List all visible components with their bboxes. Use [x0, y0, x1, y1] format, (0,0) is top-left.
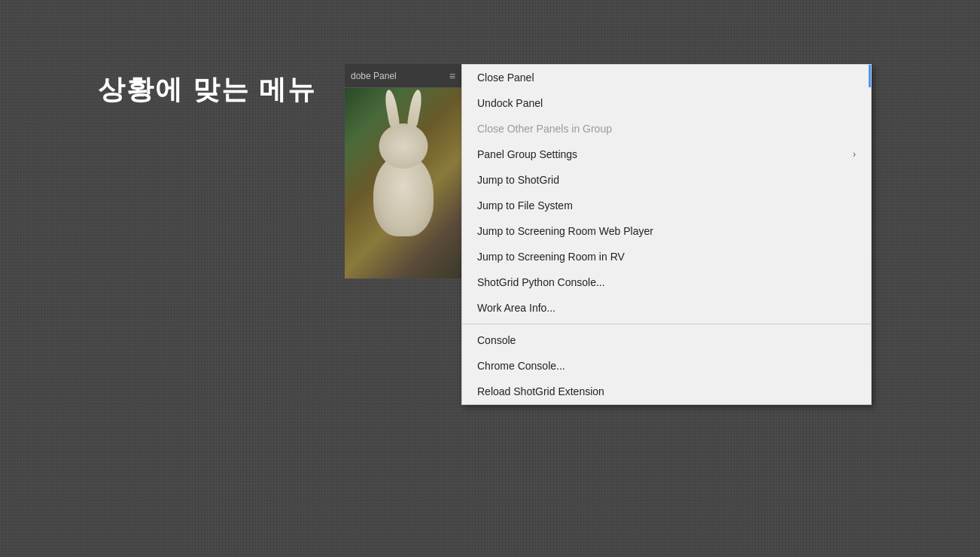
- bunny-ear-right: [406, 89, 423, 128]
- context-menu-item-label: Jump to ShotGrid: [477, 174, 559, 186]
- context-menu-item-label: Jump to Screening Room Web Player: [477, 225, 653, 237]
- panel-header-title: dobe Panel: [351, 71, 397, 81]
- context-menu-item-panel-group-settings[interactable]: Panel Group Settings›: [462, 142, 871, 167]
- bunny-head: [379, 123, 428, 169]
- panel-container: dobe Panel ≡: [345, 64, 461, 278]
- panel-header: dobe Panel ≡: [345, 64, 461, 88]
- context-menu-item-label: Jump to Screening Room in RV: [477, 251, 625, 263]
- context-menu-item-reload-shotgrid-extension[interactable]: Reload ShotGrid Extension: [462, 379, 871, 404]
- context-menu-item-console[interactable]: Console: [462, 327, 871, 353]
- context-menu-item-label: Undock Panel: [477, 97, 543, 109]
- submenu-arrow-icon: ›: [853, 149, 856, 160]
- context-menu-item-jump-to-screening-room-web[interactable]: Jump to Screening Room Web Player: [462, 218, 871, 244]
- bunny-figure: [358, 108, 449, 259]
- korean-title: 상황에 맞는 메뉴: [98, 72, 316, 108]
- context-menu-item-jump-to-file-system[interactable]: Jump to File System: [462, 193, 871, 218]
- context-menu-item-label: Work Area Info...: [477, 302, 555, 314]
- context-menu-item-label: ShotGrid Python Console...: [477, 276, 605, 288]
- panel-menu-icon[interactable]: ≡: [449, 70, 455, 82]
- context-menu-item-undock-panel[interactable]: Undock Panel: [462, 90, 871, 116]
- context-menu-item-label: Close Panel: [477, 72, 534, 84]
- context-menu-item-label: Chrome Console...: [477, 360, 565, 372]
- bunny-ear-left: [383, 89, 400, 128]
- bunny-body: [373, 154, 434, 236]
- context-menu-item-work-area-info[interactable]: Work Area Info...: [462, 295, 871, 321]
- context-menu-item-label: Jump to File System: [477, 199, 573, 212]
- context-menu: Close PanelUndock PanelClose Other Panel…: [461, 64, 872, 405]
- context-menu-item-label: Close Other Panels in Group: [477, 123, 612, 135]
- context-menu-item-close-panel[interactable]: Close Panel: [462, 65, 871, 90]
- context-menu-item-chrome-console[interactable]: Chrome Console...: [462, 353, 871, 379]
- context-menu-item-jump-to-screening-room-rv[interactable]: Jump to Screening Room in RV: [462, 244, 871, 269]
- context-menu-item-close-other-panels: Close Other Panels in Group: [462, 116, 871, 142]
- panel-image: [345, 88, 461, 278]
- context-menu-item-label: Panel Group Settings: [477, 148, 577, 160]
- context-menu-item-label: Console: [477, 334, 516, 346]
- context-menu-item-label: Reload ShotGrid Extension: [477, 385, 604, 397]
- menu-separator: [462, 324, 871, 324]
- context-menu-item-jump-to-shotgrid[interactable]: Jump to ShotGrid: [462, 167, 871, 193]
- context-menu-item-shotgrid-python-console[interactable]: ShotGrid Python Console...: [462, 269, 871, 295]
